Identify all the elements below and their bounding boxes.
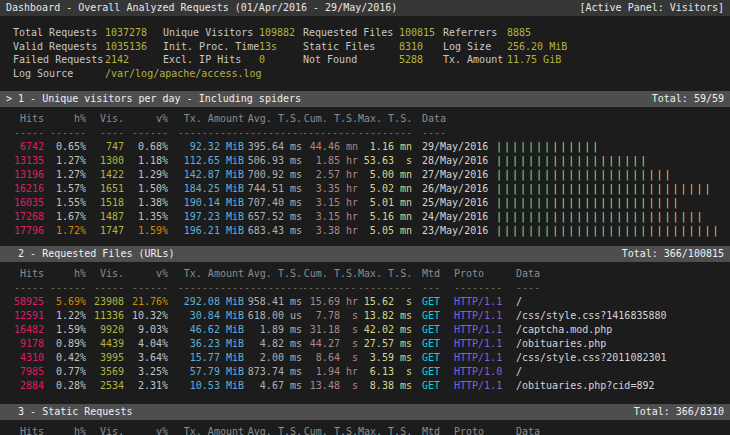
- col-cum: 8.64 s: [302, 351, 358, 365]
- col-cum: 3.15 hr: [302, 210, 358, 224]
- table-row[interactable]: 172681.67%14871.35%197.23 MiB657.52 ms3.…: [8, 210, 730, 224]
- table-row[interactable]: 43100.42%39953.64%15.77 MiB2.00 ms8.64 s…: [8, 351, 730, 365]
- col-cum: 13.48 s: [302, 379, 358, 393]
- col-proto: HTTP/1.1: [448, 379, 506, 393]
- summary-value: 11.75 GiB: [507, 53, 730, 67]
- table-row[interactable]: 589255.69%2390821.76%292.08 MiB958.41 ms…: [8, 295, 730, 309]
- col-hits: Hits: [8, 425, 44, 435]
- panel-header-unique-visitors[interactable]: > 1 - Unique visitors per day - Includin…: [0, 91, 730, 107]
- summary-label: Requested Files: [303, 26, 399, 40]
- col-data: /css/style.css?1416835880: [506, 309, 730, 323]
- col-vis: 11336: [86, 309, 124, 323]
- col-hpct: 1.67%: [44, 210, 86, 224]
- col-hits: 2884: [8, 379, 44, 393]
- col-max: ----------: [358, 126, 412, 140]
- summary-value: 5288: [399, 53, 443, 67]
- summary-label: Tx. Amount: [443, 53, 507, 67]
- col-tx: 142.87 MiB: [168, 168, 244, 182]
- col-data: /obituaries.php: [506, 337, 730, 351]
- table-row[interactable]: 125911.22%1133610.32%30.84 MiB618.00 us7…: [8, 309, 730, 323]
- col-hpct: 1.22%: [44, 309, 86, 323]
- summary-label: Not Found: [303, 53, 399, 67]
- col-proto: Proto: [448, 425, 506, 435]
- col-hpct: 0.77%: [44, 365, 86, 379]
- col-cum: Cum. T.S.: [302, 425, 358, 435]
- col-vis: 1487: [86, 210, 124, 224]
- panel-header-requested-files[interactable]: 2 - Requested Files (URLs) Total: 366/10…: [0, 246, 730, 262]
- col-tx: 184.25 MiB: [168, 182, 244, 196]
- table-row[interactable]: 91780.89%44394.04%36.23 MiB4.82 ms44.27 …: [8, 337, 730, 351]
- bar-chart: |||||||||||||||||||: [490, 154, 730, 168]
- col-cum: 3.35 hr: [302, 182, 358, 196]
- static-requests-column-headers: Hitsh%Vis.v%Tx. AmountAvg. T.S.Cum. T.S.…: [8, 425, 730, 435]
- col-vpct: v%: [124, 267, 168, 281]
- col-mtd: GET: [412, 337, 448, 351]
- col-vpct: ------: [124, 126, 168, 140]
- table-row[interactable]: 131351.27%13001.18%112.65 MiB506.93 ms1.…: [8, 154, 730, 168]
- table-row[interactable]: 28840.28%25342.31%10.53 MiB4.67 ms13.48 …: [8, 379, 730, 393]
- col-vpct: 1.29%: [124, 168, 168, 182]
- col-tx: -----------: [168, 281, 244, 295]
- col-vis: -----: [86, 281, 124, 295]
- col-tx: Tx. Amount: [168, 267, 244, 281]
- col-vis: 23908: [86, 295, 124, 309]
- bar-chart: ||||||||||||||||||||||: [490, 168, 730, 182]
- col-max: 3.59 ms: [358, 351, 412, 365]
- col-avg: ----------: [244, 281, 302, 295]
- bar-chart: ||||||||||||||||||||||||||: [490, 210, 730, 224]
- col-vis: 1747: [86, 224, 124, 238]
- col-hits: 9178: [8, 337, 44, 351]
- col-cum: Cum. T.S.: [302, 112, 358, 126]
- col-hpct: 0.65%: [44, 140, 86, 154]
- col-vpct: 1.35%: [124, 210, 168, 224]
- table-row[interactable]: 67420.65%7470.68%92.32 MiB395.64 ms44.46…: [8, 140, 730, 154]
- overall-summary: Total Requests1037278Unique Visitors1098…: [0, 26, 730, 80]
- col-hits: 12591: [8, 309, 44, 323]
- col-proto: HTTP/1.1: [448, 337, 506, 351]
- col-proto: --------: [448, 281, 506, 295]
- col-avg: 1.89 ms: [244, 323, 302, 337]
- col-max: 5.01 mn: [358, 196, 412, 210]
- summary-value: 13s: [259, 40, 303, 54]
- col-max: 42.02 ms: [358, 323, 412, 337]
- col-hpct: h%: [44, 267, 86, 281]
- table-row[interactable]: 131961.27%14221.29%142.87 MiB700.92 ms2.…: [8, 168, 730, 182]
- col-max: Max. T.S.: [358, 425, 412, 435]
- summary-value: 1035136: [105, 40, 163, 54]
- col-vpct: 3.25%: [124, 365, 168, 379]
- bar-chart: |||||||||||||||||||||||||||: [490, 182, 730, 196]
- summary-value: 256.20 MiB: [507, 40, 730, 54]
- col-hpct: 0.89%: [44, 337, 86, 351]
- col-data: /: [506, 365, 730, 379]
- col-avg: 958.41 ms: [244, 295, 302, 309]
- col-tx: 46.62 MiB: [168, 323, 244, 337]
- table-row[interactable]: 177961.72%17471.59%196.21 MiB683.43 ms3.…: [8, 224, 730, 238]
- col-vpct: 0.68%: [124, 140, 168, 154]
- panel-header-static-requests[interactable]: 3 - Static Requests Total: 366/8310: [0, 404, 730, 420]
- table-row[interactable]: 162161.57%16511.50%184.25 MiB744.51 ms3.…: [8, 182, 730, 196]
- col-hpct: 1.59%: [44, 323, 86, 337]
- col-data: 23/May/2016: [412, 224, 490, 238]
- col-tx: 30.84 MiB: [168, 309, 244, 323]
- col-vpct: 1.50%: [124, 182, 168, 196]
- col-cum: 1.85 hr: [302, 154, 358, 168]
- col-cum: ----------: [302, 281, 358, 295]
- col-max: Max. T.S.: [358, 112, 412, 126]
- col-mtd: GET: [412, 309, 448, 323]
- table-row[interactable]: 160351.55%15181.38%190.14 MiB707.40 ms3.…: [8, 196, 730, 210]
- col-vis: 3569: [86, 365, 124, 379]
- summary-label: Static Files: [303, 40, 399, 54]
- col-hits: Hits: [8, 267, 44, 281]
- summary-row: Valid Requests1035136Init. Proc. Time13s…: [0, 40, 730, 54]
- col-hpct: h%: [44, 112, 86, 126]
- col-cum: 1.94 hr: [302, 365, 358, 379]
- col-hits: 58925: [8, 295, 44, 309]
- col-vpct: ------: [124, 281, 168, 295]
- bar-chart: ||||||||||||||||||||||||||||: [490, 224, 730, 238]
- table-row[interactable]: 164821.59%99209.03%46.62 MiB1.89 ms31.18…: [8, 323, 730, 337]
- col-tx: 36.23 MiB: [168, 337, 244, 351]
- col-avg: 618.00 us: [244, 309, 302, 323]
- col-tx: 190.14 MiB: [168, 196, 244, 210]
- col-vis: 1300: [86, 154, 124, 168]
- table-row[interactable]: 79850.77%35693.25%57.79 MiB873.74 ms1.94…: [8, 365, 730, 379]
